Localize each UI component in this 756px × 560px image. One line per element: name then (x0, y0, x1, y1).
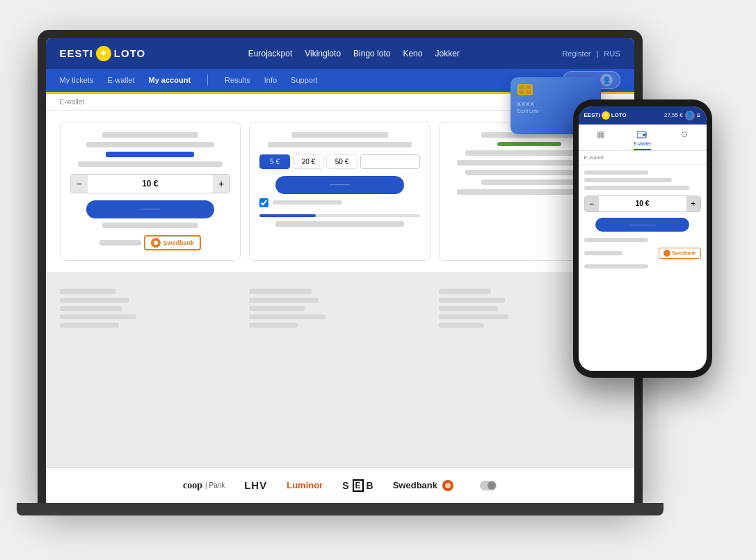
nav-keno[interactable]: Keno (403, 49, 422, 58)
phone-swedbank-badge[interactable]: Swedbank (659, 248, 701, 259)
card2-title-skel (291, 132, 387, 138)
phone-bank-name: Swedbank (672, 250, 696, 255)
amount-increase-button[interactable]: + (213, 175, 230, 193)
brand-name-1: EESTI (60, 47, 93, 59)
nav-results[interactable]: Results (225, 76, 250, 84)
wallet-icon (636, 129, 648, 140)
phone-balance-area: 27,55 € 👤 ≡ (664, 111, 701, 120)
phone-screen: EESTI ✦ LOTO 27,55 € 👤 ≡ ▦ (579, 106, 707, 371)
register-link[interactable]: Register (562, 49, 590, 58)
deposit-button[interactable]: ──── (86, 200, 215, 218)
swedbank-icon (151, 238, 161, 248)
amount-decrease-button[interactable]: − (71, 175, 88, 193)
card1-footer-skel1 (102, 223, 198, 228)
phone-brand-2: LOTO (611, 112, 627, 118)
quick-deposit-card: − 10 € + ──── (60, 122, 241, 261)
nav-my-account[interactable]: My account (149, 76, 191, 84)
ic3-s4 (439, 323, 484, 328)
nav-eurojackpot[interactable]: Eurojackpot (248, 49, 292, 58)
custom-deposit-card: 5 € 20 € 50 € ──── (249, 122, 431, 261)
nav-info[interactable]: Info (264, 76, 277, 84)
nav-divider: | (596, 49, 598, 58)
phone-navigation-tabs: ▦ E-wallet ⊙ (579, 125, 707, 151)
user-avatar-icon[interactable]: 👤 (600, 74, 613, 86)
phone-tab-grid[interactable]: ▦ (595, 129, 606, 150)
bank-name: Swedbank (163, 239, 195, 246)
card2-sub-skel (268, 142, 412, 147)
swedbank-footer-logo: Swedbank (393, 480, 453, 491)
nav-my-tickets[interactable]: My tickets (60, 76, 94, 84)
amount-options: 5 € 20 € 50 € (259, 154, 420, 169)
custom-amount-input[interactable] (360, 154, 420, 169)
ph-skel-2 (584, 178, 672, 182)
swedbank-badge[interactable]: Swedbank (144, 235, 202, 250)
ic2-t (249, 289, 312, 294)
toggle-switch[interactable] (480, 481, 497, 490)
card-chip (517, 84, 533, 95)
seb-logo: S E B (342, 479, 373, 492)
nav-e-wallet[interactable]: E-wallet (107, 76, 134, 84)
page-content: E-wallet − 10 € + (46, 94, 634, 503)
card3-body-skel3 (481, 179, 577, 185)
nav-vikingloto[interactable]: Vikingloto (305, 49, 341, 58)
phone-amount-increase[interactable]: + (686, 196, 700, 211)
amount-opt-50[interactable]: 50 € (326, 154, 357, 169)
phone-brand-1: EESTI (584, 112, 600, 118)
account-nav-links: My tickets E-wallet My account Results I… (60, 74, 318, 86)
card1-sub-skel (86, 142, 215, 147)
ic2-s2 (249, 306, 305, 311)
svg-point-1 (445, 483, 451, 488)
custom-btn-label: ──── (330, 181, 349, 189)
top-nav-right: Register | RUS (562, 49, 620, 58)
bank-logo-area: Swedbank (99, 235, 202, 250)
ic1-s2 (60, 306, 122, 311)
bank-logos-footer: coop | Pank LHV Luminor S E B (46, 467, 634, 503)
phone-user-icon[interactable]: 👤 (685, 111, 695, 120)
amount-opt-20[interactable]: 20 € (293, 154, 323, 169)
phone-balance-amount: 27,55 € (664, 112, 683, 118)
custom-deposit-button[interactable]: ──── (275, 176, 404, 194)
ic2-s3 (249, 314, 325, 319)
phone-amount-control: − 10 € + (584, 195, 701, 212)
phone-deposit-button[interactable]: ────── (595, 218, 689, 232)
phone-top-bar: EESTI ✦ LOTO 27,55 € 👤 ≡ (579, 106, 707, 125)
logo-star-icon: ✦ (96, 46, 111, 61)
info-cards-row (60, 283, 620, 333)
nav-jokker[interactable]: Jokker (435, 49, 459, 58)
grid-icon: ▦ (595, 129, 606, 140)
ic3-s2 (439, 306, 498, 311)
phone-amount-decrease[interactable]: − (585, 196, 599, 211)
ic3-s1 (439, 298, 505, 303)
ic2-s4 (249, 323, 298, 328)
amount-value: 10 € (88, 179, 214, 189)
amount-opt-5[interactable]: 5 € (259, 154, 290, 169)
account-icon: ⊙ (679, 129, 690, 140)
card1-accent-skel (106, 152, 194, 157)
ewallet-tab-label: E-wallet (634, 141, 651, 146)
coop-bank-logo: coop | Pank (183, 480, 225, 491)
laptop-base (17, 503, 663, 515)
nav-support[interactable]: Support (291, 76, 318, 84)
ph-skel-5 (584, 264, 648, 269)
nav-separator (207, 74, 208, 86)
ic1-s1 (60, 298, 129, 303)
phone-device: EESTI ✦ LOTO 27,55 € 👤 ≡ ▦ (573, 99, 712, 378)
hamburger-icon[interactable]: ≡ (697, 111, 701, 119)
nav-bingo-loto[interactable]: Bingo loto (353, 49, 390, 58)
checkbox-label-skel (273, 200, 342, 205)
progress-bar (259, 214, 420, 217)
lhv-logo: LHV (244, 479, 267, 491)
phone-tab-ewallet[interactable]: E-wallet (634, 129, 651, 150)
remember-checkbox[interactable] (259, 198, 268, 207)
phone-breadcrumb: E-wallet (579, 151, 707, 165)
ic3-s3 (439, 314, 508, 319)
checkbox-row (259, 198, 420, 207)
ic1-s4 (60, 323, 119, 328)
main-nav-links: Eurojackpot Vikingloto Bingo loto Keno J… (248, 49, 460, 58)
ph-skel-4 (584, 238, 648, 242)
language-switch[interactable]: RUS (604, 49, 620, 58)
phone-tab-account[interactable]: ⊙ (679, 129, 690, 150)
ph-bank-skel (584, 251, 622, 255)
bank-skel (99, 240, 141, 246)
ph-skel-1 (584, 170, 648, 175)
